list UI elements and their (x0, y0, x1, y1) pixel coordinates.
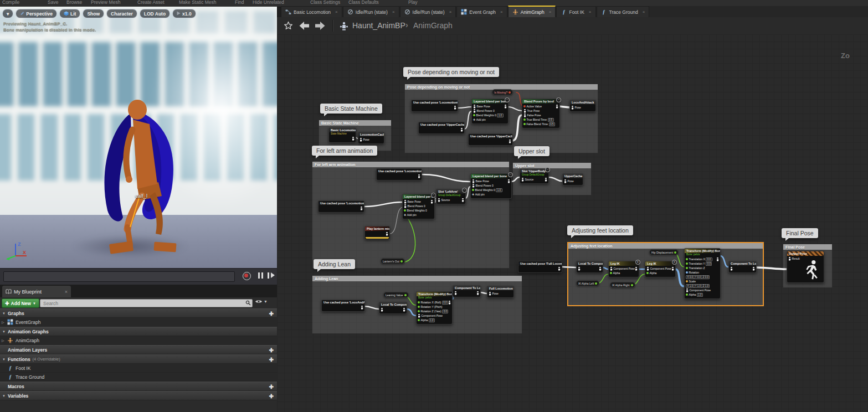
pin-value[interactable]: 1.0 (497, 114, 503, 118)
node-output-pose[interactable]: Output PoseResult (787, 251, 824, 283)
pose-pin-icon[interactable] (418, 174, 420, 178)
pose-pin-icon[interactable] (404, 200, 407, 204)
pose-pin-icon[interactable] (359, 138, 362, 142)
pose-pin-icon[interactable] (523, 114, 526, 117)
data-pin-icon[interactable] (523, 105, 526, 107)
viewport-perspective-button[interactable]: Perspective (16, 9, 57, 18)
add-button[interactable]: ✚ (269, 383, 274, 389)
close-icon[interactable]: × (65, 289, 68, 295)
pose-pin-icon[interactable] (571, 106, 574, 110)
pin-value[interactable]: 1.0 (429, 318, 435, 323)
close-icon[interactable]: × (643, 9, 645, 14)
pose-pin-icon[interactable] (381, 308, 383, 312)
pose-pin-icon[interactable] (418, 314, 420, 318)
pose-pin-icon[interactable] (716, 258, 719, 261)
my-blueprint-tab[interactable]: My Blueprint × (2, 286, 71, 297)
pose-pin-icon[interactable] (788, 257, 791, 261)
node-layered-blend-per-bone[interactable]: ◠Layered blend per boneBase PoseBlend Po… (402, 194, 435, 219)
data-pin-icon[interactable] (418, 310, 420, 312)
data-pin-icon[interactable] (686, 258, 688, 260)
pose-pin-icon[interactable] (509, 140, 511, 143)
node-full-locomotion[interactable]: Full LocomotionPose (487, 286, 514, 298)
data-pin-icon[interactable] (418, 306, 420, 308)
pose-pin-icon[interactable] (403, 308, 405, 312)
close-icon[interactable]: × (392, 9, 395, 14)
pose-pin-icon[interactable] (438, 198, 440, 202)
viewport--button[interactable]: ▾ (2, 9, 13, 18)
pose-pin-icon[interactable] (360, 207, 363, 210)
pose-pin-icon[interactable] (473, 109, 476, 113)
variable-pill-is-moving[interactable]: Is Moving? (492, 89, 513, 95)
favorite-star-icon[interactable] (284, 21, 293, 30)
pose-pin-icon[interactable] (752, 267, 755, 271)
data-pin-icon[interactable] (610, 272, 612, 274)
section-animation-layers[interactable]: Animation Layers✚ (0, 345, 277, 354)
node-basic-locomotion[interactable]: Basic LocomotionState Machine (328, 127, 356, 143)
pose-pin-icon[interactable] (646, 267, 649, 271)
view-options-button[interactable]: ▼ (255, 299, 268, 304)
pose-pin-icon[interactable] (610, 267, 613, 271)
toolbar-hide-unrelated-button[interactable]: Hide Unrelated (253, 0, 284, 5)
toolbar-class-settings-button[interactable]: Class Settings (310, 0, 340, 5)
add-button[interactable]: ✚ (269, 356, 274, 362)
close-icon[interactable]: × (589, 9, 592, 14)
pin-value[interactable]: 0.0 (442, 301, 448, 305)
node-use-cached-pose-locomotioncache[interactable]: Use cached pose 'LocomotionCache' (376, 168, 422, 181)
data-pin-icon[interactable] (473, 114, 475, 116)
pose-pin-icon[interactable] (454, 291, 457, 295)
node-blend-poses-by-bool[interactable]: ◠Blend Poses by boolActive ValueTrue Pos… (522, 99, 560, 128)
pose-pin-icon[interactable] (523, 109, 526, 113)
tab-idle-run-state[interactable]: Idle/Run (state)× (343, 6, 399, 17)
data-pin-icon[interactable] (404, 209, 406, 212)
pose-pin-icon[interactable] (460, 128, 463, 132)
viewport-show-button[interactable]: Show (83, 9, 104, 18)
node-local-to-component[interactable]: Local To Component (379, 302, 407, 314)
node-use-cached-pose-uppercache[interactable]: Use cached pose 'UpperCache' (468, 133, 513, 146)
section-variables[interactable]: ▼Variables✚ (0, 391, 277, 400)
search-input[interactable] (42, 300, 244, 307)
variable-pill-ik-alpha-left[interactable]: IK Alpha Left (576, 280, 599, 286)
node-leg-ik[interactable]: FLeg IKComponent PoseAlpha (645, 261, 676, 277)
viewport-x1-0-button[interactable]: x1.0 (172, 9, 196, 18)
data-pin-icon[interactable] (509, 91, 511, 94)
pose-pin-icon[interactable] (545, 178, 547, 182)
pose-pin-icon[interactable] (404, 204, 407, 208)
section-graphs[interactable]: ▼Graphs✚ (0, 308, 277, 318)
data-pin-icon[interactable] (523, 123, 526, 125)
tab-basic-locomotion[interactable]: Basic Locomotion× (281, 6, 342, 17)
variable-pill-ik-alpha-right[interactable]: IK Alpha Right (610, 282, 635, 288)
expander-icon[interactable]: ▼ (2, 358, 6, 361)
add-pin-icon[interactable]: ✚ (404, 213, 406, 217)
expander-icon[interactable]: ▷ (2, 320, 5, 324)
node-layered-blend-per-bone[interactable]: ◠Layered blend per boneBase PoseBlend Po… (470, 173, 512, 199)
data-pin-icon[interactable] (686, 293, 688, 296)
pose-pin-icon[interactable] (461, 198, 464, 202)
back-arrow-icon[interactable] (299, 21, 310, 30)
step-forward-button[interactable] (268, 272, 269, 279)
step-forward-icon[interactable] (271, 272, 275, 278)
node-use-cached-pose-locomotioncache[interactable]: Use cached pose 'LocomotionCache' (318, 200, 364, 213)
data-pin-icon[interactable] (674, 251, 676, 254)
add-button[interactable]: ✚ (269, 393, 274, 399)
tab-event-graph[interactable]: Event Graph× (456, 6, 507, 17)
toolbar-compile-button[interactable]: Compile (2, 0, 19, 5)
pose-pin-icon[interactable] (599, 267, 602, 271)
pin-value[interactable]: X 0.0 | Y 0.0 | Z 0.0 (686, 275, 710, 280)
pose-pin-icon[interactable] (504, 105, 507, 109)
node-use-cached-pose-locomotioncache[interactable]: Use cached pose 'LocomotionCache' (411, 100, 458, 112)
toolbar-play-button[interactable]: Play (408, 0, 418, 5)
pin-value[interactable]: 0.5 (548, 118, 554, 122)
section-functions[interactable]: ▼Functions(4 Overridable)✚ (0, 354, 277, 364)
toolbar-create-asset-button[interactable]: Create Asset (137, 0, 165, 5)
pose-pin-icon[interactable] (686, 289, 689, 292)
pose-pin-icon[interactable] (473, 105, 476, 109)
variable-pill-hip-displacement[interactable]: Hip Displacement (649, 249, 679, 255)
pause-button[interactable] (258, 272, 260, 279)
add-new-button[interactable]: ✚ Add New ▼ (2, 298, 39, 308)
tab-idle-run-state[interactable]: Idle/Run (state)× (400, 6, 456, 17)
pose-pin-icon[interactable] (472, 184, 475, 188)
search-box[interactable] (40, 299, 253, 307)
pose-pin-icon[interactable] (476, 291, 479, 295)
data-pin-icon[interactable] (418, 319, 420, 321)
node-component-to-local[interactable]: Component To Local (453, 285, 481, 297)
